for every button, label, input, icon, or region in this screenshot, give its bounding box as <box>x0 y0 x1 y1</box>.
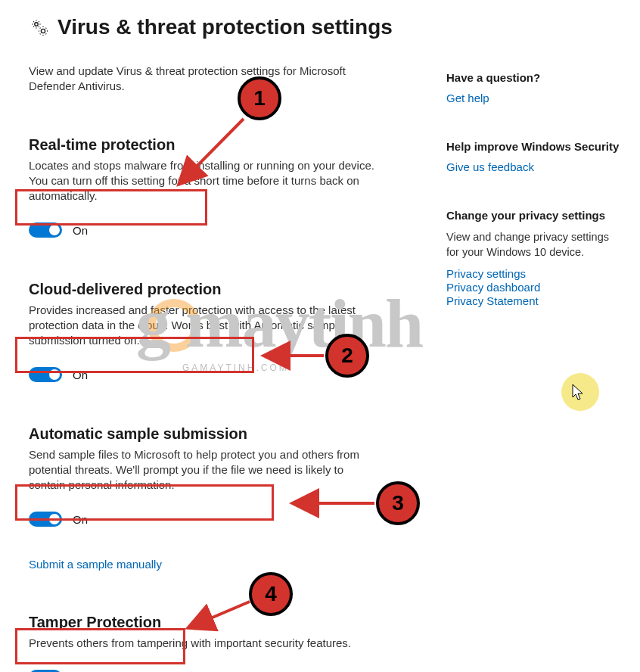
toggle-cloud[interactable] <box>29 367 62 382</box>
watermark-text: g maytinh <box>136 283 422 363</box>
link-get-help[interactable]: Get help <box>446 92 489 104</box>
section-title-realtime: Real-time protection <box>29 136 415 154</box>
toggle-label-cloud: On <box>73 369 88 381</box>
svg-point-1 <box>41 29 45 33</box>
link-privacy-statement[interactable]: Privacy Statement <box>446 294 539 307</box>
page-description: View and update Virus & threat protectio… <box>29 64 377 94</box>
link-submit-sample-manually[interactable]: Submit a sample manually <box>29 558 162 571</box>
gear-pair-icon <box>29 17 50 38</box>
section-desc-tamper: Prevents others from tampering with impo… <box>29 636 377 651</box>
watermark-subtext: GAMAYTINH.COM <box>182 362 289 373</box>
side-title-privacy: Change your privacy settings <box>446 209 620 222</box>
section-desc-realtime: Locates and stops malware from installin… <box>29 158 377 204</box>
page-title: Virus & threat protection settings <box>57 15 393 39</box>
link-give-feedback[interactable]: Give us feedback <box>446 160 534 173</box>
section-title-tamper: Tamper Protection <box>29 614 415 631</box>
svg-point-0 <box>35 23 38 26</box>
side-title-improve: Help improve Windows Security <box>446 140 620 153</box>
toggle-label-realtime: On <box>73 224 88 237</box>
link-privacy-settings[interactable]: Privacy settings <box>446 267 526 280</box>
link-privacy-dashboard[interactable]: Privacy dashboard <box>446 281 540 294</box>
toggle-realtime[interactable] <box>29 222 62 238</box>
mouse-cursor-icon <box>572 384 586 405</box>
side-title-question: Have a question? <box>446 71 620 84</box>
toggle-label-sample: On <box>73 513 88 526</box>
section-title-sample: Automatic sample submission <box>29 425 415 443</box>
section-desc-sample: Send sample files to Microsoft to help p… <box>29 447 377 493</box>
side-desc-privacy: View and change privacy settings for you… <box>446 229 620 260</box>
toggle-sample[interactable] <box>29 512 62 527</box>
